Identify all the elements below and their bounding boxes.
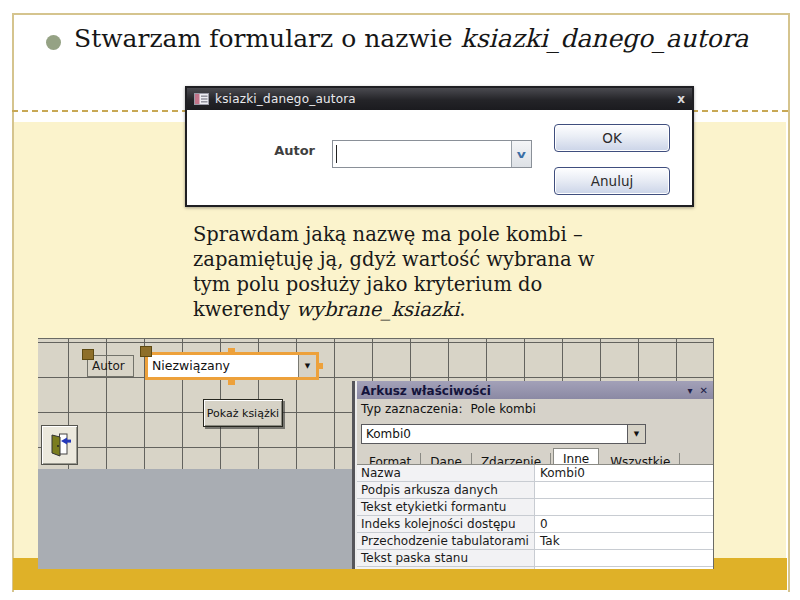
selected-combo-box[interactable]: Niezwiązany ▼ [145,352,319,380]
slide-title-form-name: ksiazki_danego_autora [461,24,749,53]
selection-handle[interactable] [228,379,235,385]
designer-autor-label[interactable]: Autor [87,355,134,377]
combo-move-handle[interactable] [140,346,152,357]
property-value[interactable] [535,482,713,498]
dialog-titlebar[interactable]: ksiazki_danego_autora x [187,88,692,110]
cancel-button[interactable]: Anuluj [554,167,670,195]
property-value[interactable] [535,499,713,515]
panel-close-icon[interactable]: ✕ [700,386,708,396]
autor-combo-value [337,141,511,167]
property-row[interactable]: Nazwa Kombi0 [357,465,713,482]
property-row[interactable]: Pasek menu skrótów [357,567,713,569]
form-icon [194,93,209,105]
label-move-handle[interactable] [82,349,94,360]
parameter-dialog: ksiazki_danego_autora x Autor v OK Anulu… [185,86,694,207]
note-query-name: wybrane_ksiazki [296,298,459,321]
property-label: Nazwa [357,465,535,481]
control-selector-combo[interactable]: Kombi0 ▼ [361,424,646,444]
bullet-icon [46,35,61,50]
property-row[interactable]: Indeks kolejności dostępu 0 [357,516,713,533]
control-selector-value: Kombi0 [362,425,627,443]
autor-combo-dropdown-button[interactable]: v [511,141,531,167]
property-row[interactable]: Przechodzenie tabulatorami Tak [357,533,713,550]
property-row[interactable]: Podpis arkusza danych [357,482,713,499]
dialog-title: ksiazki_danego_autora [215,92,671,106]
chevron-down-icon: v [517,149,526,160]
property-label: Przechodzenie tabulatorami [357,533,535,549]
control-selector-row: Kombi0 ▼ [357,421,713,450]
property-sheet-title: Arkusz właściwości [361,384,491,398]
property-value[interactable] [535,550,713,566]
property-value[interactable] [535,567,713,569]
property-sheet-header[interactable]: Arkusz właściwości ▾ ✕ [357,381,713,399]
property-row[interactable]: Tekst paska stanu [357,550,713,567]
ok-button[interactable]: OK [554,124,670,152]
slide-title: Stwarzam formularz o nazwie ksiazki_dane… [74,24,749,53]
property-label: Tekst etykietki formantu [357,499,535,515]
combo-dropdown-button[interactable]: ▼ [298,355,316,377]
property-value[interactable]: Tak [535,533,713,549]
combo-unbound-value: Niezwiązany [148,355,298,377]
exit-door-icon [48,432,72,458]
form-designer-screenshot: Autor Niezwiązany ▼ Pokaż książki Arkusz… [38,338,714,569]
autor-combo-input[interactable]: v [332,140,532,168]
show-books-button[interactable]: Pokaż książki [203,399,283,427]
property-value[interactable]: Kombi0 [535,465,713,481]
property-sheet-panel: Arkusz właściwości ▾ ✕ Typ zaznaczenia: … [355,381,713,569]
selection-type-label: Typ zaznaczenia: [361,402,463,421]
slide: Stwarzam formularz o nazwie ksiazki_dane… [0,0,800,600]
property-label: Indeks kolejności dostępu [357,516,535,532]
exit-door-button[interactable] [41,425,78,465]
selection-handle[interactable] [228,348,235,354]
property-value[interactable]: 0 [535,516,713,532]
property-label: Podpis arkusza danych [357,482,535,498]
dialog-close-icon[interactable]: x [677,93,685,105]
selection-handle[interactable] [316,363,323,369]
dialog-body: Autor v OK Anuluj [187,110,692,203]
selection-type-row: Typ zaznaczenia: Pole kombi [357,399,713,421]
selection-type-value: Pole kombi [471,402,536,421]
property-row[interactable]: Tekst etykietki formantu [357,499,713,516]
note-suffix: . [459,298,465,321]
dropdown-arrow-icon: ▼ [305,362,310,370]
property-label: Pasek menu skrótów [357,567,535,569]
autor-field-label: Autor [247,143,315,158]
dropdown-arrow-icon: ▼ [634,430,639,438]
property-label: Tekst paska stanu [357,550,535,566]
note-paragraph: Sprawdam jaką nazwę ma pole kombi – zapa… [193,222,601,322]
slide-title-row: Stwarzam formularz o nazwie ksiazki_dane… [46,24,749,53]
collapse-icon[interactable]: ▾ [688,386,693,396]
slide-title-text: Stwarzam formularz o nazwie [74,24,461,53]
property-grid: Nazwa Kombi0 Podpis arkusza danych Tekst… [357,464,713,569]
control-selector-dropdown-button[interactable]: ▼ [627,425,645,443]
